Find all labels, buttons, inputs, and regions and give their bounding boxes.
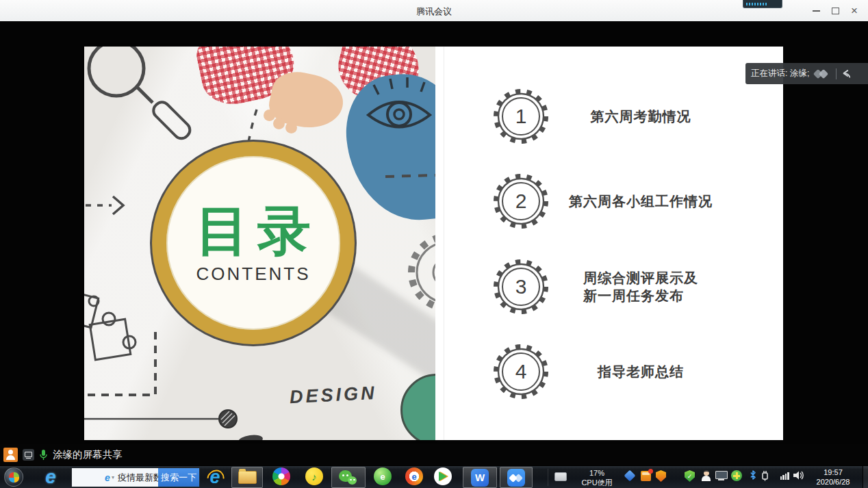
window-titlebar: 腾讯会议 × <box>0 0 868 22</box>
presentation-slide: 目录 CONTENTS DESIGN 1 第六周考勤情况 <box>84 47 783 440</box>
toc-item-text: 周综合测评展示及 新一周任务发布 <box>583 269 698 305</box>
speaking-label: 正在讲话: 涂缘; <box>751 68 809 79</box>
svg-text:4: 4 <box>515 360 527 383</box>
clock-date: 2020/6/28 <box>817 477 850 487</box>
speaking-toast: 正在讲话: 涂缘; <box>745 63 868 84</box>
check-icon: ✓ <box>687 473 693 480</box>
taskbar-app-360-browser[interactable]: e <box>374 467 392 485</box>
docked-toolbar-widget[interactable] <box>743 0 782 8</box>
tray-power-icon[interactable] <box>760 470 769 481</box>
taskbar-app-wps[interactable]: W <box>463 467 497 488</box>
restore-icon <box>832 8 839 14</box>
toc-item-text: 第六周考勤情况 <box>591 107 691 125</box>
toc-title-en: CONTENTS <box>196 264 311 285</box>
toc-title-cn: 目录 <box>196 202 319 259</box>
play-triangle-icon <box>439 472 447 481</box>
tray-green-plus-icon[interactable] <box>731 470 742 481</box>
taskbar-app-internet-explorer[interactable]: e <box>204 467 226 487</box>
ie-halo-icon <box>203 466 227 488</box>
shared-screen-stage: 目录 CONTENTS DESIGN 1 第六周考勤情况 <box>0 21 868 444</box>
music-note-icon: ♪ <box>311 471 317 483</box>
toolbar-dots-icon <box>746 3 767 5</box>
tray-display-icon[interactable] <box>715 471 728 481</box>
meeting-logo-icon <box>813 68 831 79</box>
tray-doctor-icon[interactable] <box>701 470 711 482</box>
tray-flame-shield-icon[interactable] <box>656 470 666 482</box>
svg-text:1: 1 <box>515 105 527 127</box>
taskbar-app-tencent-video[interactable] <box>434 467 452 485</box>
toc-item-3: 3 周综合测评展示及 新一周任务发布 <box>435 258 783 316</box>
taskbar-app-orange-browser[interactable]: e <box>405 467 423 485</box>
tray-volume-icon[interactable] <box>793 470 805 480</box>
svg-text:2: 2 <box>515 190 527 212</box>
close-icon: × <box>851 5 858 16</box>
restore-button[interactable] <box>826 0 845 21</box>
globe-e-icon: e <box>380 472 385 482</box>
search-engine-icon: e <box>105 472 110 483</box>
tencent-meeting-icon <box>507 469 525 487</box>
window-title: 腾讯会议 <box>0 5 868 18</box>
screen-share-statusbar: 涂缘的屏幕共享 <box>0 444 868 465</box>
windows-logo-icon <box>9 472 19 483</box>
wechat-icon <box>339 469 358 487</box>
show-desktop-button[interactable] <box>863 466 868 488</box>
taskbar-app-browser-blue[interactable]: e <box>40 467 62 487</box>
search-button[interactable]: 搜索一下 <box>158 468 199 487</box>
taskbar-app-pinwheel-browser[interactable] <box>272 467 290 485</box>
caret-down-icon[interactable]: ▾ <box>112 474 114 480</box>
svg-text:3: 3 <box>515 275 527 298</box>
share-status-text: 涂缘的屏幕共享 <box>53 448 123 461</box>
toc-item-2: 2 第六周各小组工作情况 <box>435 172 783 230</box>
tray-input-method-icon[interactable] <box>554 472 567 481</box>
collapse-arrow-icon[interactable] <box>841 68 852 79</box>
tray-blue-box-icon[interactable] <box>624 470 636 482</box>
taskbar-search-widget[interactable]: e ▾ 疫情最新数据 搜索一下 <box>71 467 200 487</box>
toc-item-text: 指导老师总结 <box>598 363 684 381</box>
taskbar-app-explorer[interactable] <box>231 467 263 488</box>
taskbar-app-tencent-meeting[interactable] <box>500 467 533 488</box>
minimize-button[interactable] <box>806 0 826 21</box>
cpu-usage-gadget: 17% CPU使用 <box>575 468 619 487</box>
gear-number-icon: 4 <box>492 343 550 403</box>
orange-e-icon: e <box>411 472 416 482</box>
toc-item-text: 第六周各小组工作情况 <box>569 192 713 210</box>
taskbar-app-wechat[interactable] <box>331 467 366 488</box>
window-controls: × <box>806 0 864 21</box>
tray-bluetooth-icon[interactable] <box>749 470 757 480</box>
browser-e-icon: e <box>45 466 56 488</box>
toc-item-4: 4 指导老师总结 <box>435 343 783 400</box>
minimize-icon <box>813 10 820 12</box>
presenter-avatar-icon <box>3 448 18 462</box>
toc-circle: 目录 CONTENTS <box>152 142 355 344</box>
tray-orange-window-icon[interactable] <box>641 471 651 481</box>
slide-art-panel: 目录 CONTENTS DESIGN <box>84 47 435 440</box>
toc-item-1: 1 第六周考勤情况 <box>435 88 783 145</box>
taskbar-app-qq-music[interactable]: ♪ <box>305 467 323 485</box>
windows-taskbar: e e ▾ 疫情最新数据 搜索一下 e ♪ e e W <box>0 465 868 488</box>
toc-list-panel: 1 第六周考勤情况 2 第六周各小组工作情况 <box>435 47 783 440</box>
cpu-percent: 17% <box>589 468 604 478</box>
gear-number-icon: 1 <box>492 88 550 148</box>
start-button[interactable] <box>4 467 23 487</box>
gear-number-icon: 2 <box>492 172 550 233</box>
gear-number-icon: 3 <box>492 258 550 318</box>
divider <box>836 68 837 79</box>
tray-signal-icon[interactable] <box>779 472 790 480</box>
tray-separator <box>548 469 548 486</box>
wps-icon: W <box>471 469 489 487</box>
tray-green-shield-icon[interactable]: ✓ <box>685 470 695 482</box>
folder-icon <box>238 471 257 484</box>
close-button[interactable]: × <box>845 0 864 21</box>
taskbar-clock[interactable]: 19:57 2020/6/28 <box>812 467 854 487</box>
screen-share-icon <box>23 449 34 461</box>
microphone-icon <box>39 449 48 461</box>
cpu-label: CPU使用 <box>581 478 612 487</box>
clock-time: 19:57 <box>824 467 843 477</box>
